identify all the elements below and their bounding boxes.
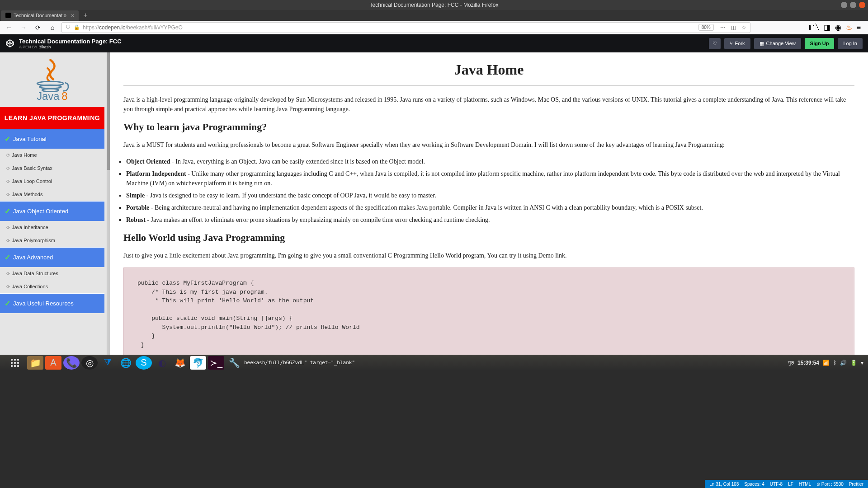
obs-icon[interactable]: ◎ <box>81 356 98 370</box>
system-menu-icon[interactable]: ▾ <box>861 360 863 366</box>
shield-icon: ⛉ <box>66 24 71 31</box>
list-item: Robust - Java makes an effort to elimina… <box>126 215 854 225</box>
java-logo: Java 8 <box>0 52 104 107</box>
code-block: public class MyFirstJavaProgram { /* Thi… <box>123 267 854 355</box>
library-icon[interactable]: ⫿⫿⧹ <box>808 23 819 32</box>
clock[interactable]: 15:39:54 <box>797 360 819 366</box>
prettier-status[interactable]: Prettier <box>849 482 863 487</box>
menu-icon[interactable]: ≡ <box>857 23 861 32</box>
section-title: Java Advanced <box>13 254 53 261</box>
section-header[interactable]: ✓Java Useful Resources <box>0 293 104 313</box>
browser-tab[interactable]: Technical Documentatio × <box>1 10 79 21</box>
list-item: Object Oriented - In Java, everything is… <box>126 157 854 166</box>
codepen-header: Technical Documentation Page: FCC A PEN … <box>0 34 868 52</box>
eol[interactable]: LF <box>788 482 793 487</box>
new-tab-button[interactable]: + <box>79 11 92 19</box>
signup-button[interactable]: Sign Up <box>805 38 835 49</box>
section-header[interactable]: ✓Java Object Oriented <box>0 201 104 221</box>
bluetooth-icon[interactable]: ᛒ <box>833 360 836 366</box>
chrome-icon[interactable]: 🌐 <box>118 356 134 370</box>
os-titlebar: Technical Documentation Page: FCC - Mozi… <box>0 0 868 10</box>
check-icon: ✓ <box>5 253 10 262</box>
forward-button[interactable]: → <box>18 22 29 33</box>
change-view-button[interactable]: ▦Change View <box>754 38 801 49</box>
section-title: Java Tutorial <box>13 136 47 142</box>
nav-link[interactable]: Java Home <box>0 149 104 162</box>
list-item: Platform Independent - Unlike many other… <box>126 169 854 188</box>
maximize-button[interactable] <box>850 2 856 8</box>
sidebar[interactable]: Java 8 LEARN JAVA PROGRAMMING ✓Java Tuto… <box>0 52 107 355</box>
zoom-level[interactable]: 80% <box>698 24 714 31</box>
encoding[interactable]: UTF-8 <box>770 482 783 487</box>
cursor-position[interactable]: Ln 31, Col 103 <box>709 482 739 487</box>
indent-mode[interactable]: Spaces: 4 <box>744 482 764 487</box>
section-title: Java Useful Resources <box>13 300 74 307</box>
section-header[interactable]: ✓Java Advanced <box>0 247 104 267</box>
tab-favicon-icon <box>5 13 11 18</box>
nav-link[interactable]: Java Polymorphism <box>0 234 104 247</box>
files-icon[interactable]: 📁 <box>27 356 43 370</box>
app-icon[interactable]: 🔧 <box>226 356 242 370</box>
bookmark-star-icon[interactable]: ☆ <box>741 24 746 31</box>
svg-text:Java: Java <box>37 90 60 102</box>
battery-icon[interactable]: 🔋 <box>850 360 857 366</box>
heart-button[interactable]: ♡ <box>709 38 721 49</box>
pen-author: A PEN BY Bikash <box>19 45 122 49</box>
browser-toolbar: ← → ⟳ ⌂ ⛉ 🔒 https://codepen.io/beekash/f… <box>0 21 868 34</box>
learn-header: LEARN JAVA PROGRAMMING <box>0 107 104 129</box>
lang-indicator[interactable]: गुरु <box>788 360 794 366</box>
taskbar: 📁 A 📞 ◎ ⧩ 🌐 S ◐ 🦊 🐬 ≻_ 🔧 beekash/full/bG… <box>0 355 868 371</box>
page-actions-icon[interactable]: ⋯ <box>720 24 726 31</box>
vscode-icon[interactable]: ⧩ <box>99 356 116 370</box>
pen-title: Technical Documentation Page: FCC <box>19 38 122 45</box>
fork-button[interactable]: ⑂Fork <box>724 38 750 49</box>
minimize-button[interactable] <box>841 2 847 8</box>
firefox-icon[interactable]: 🦊 <box>172 356 188 370</box>
codepen-logo-icon[interactable] <box>5 39 14 48</box>
volume-icon[interactable]: 🔊 <box>840 360 847 366</box>
live-server-port[interactable]: ⊘ Port : 5500 <box>816 482 844 487</box>
terminal-icon[interactable]: ≻_ <box>208 356 224 370</box>
page-title: Java Home <box>123 61 854 78</box>
sidebar-toggle-icon[interactable]: ◨ <box>824 23 830 32</box>
reload-button[interactable]: ⟳ <box>33 22 43 33</box>
section-title: Java Object Oriented <box>13 208 68 215</box>
nav-link[interactable]: Java Loop Control <box>0 175 104 188</box>
window-title: Technical Documentation Page: FCC - Mozi… <box>370 2 499 8</box>
wifi-icon[interactable]: 📶 <box>823 360 830 366</box>
nav-link[interactable]: Java Data Structures <box>0 267 104 280</box>
title-divider <box>123 85 854 86</box>
skype-icon[interactable]: S <box>136 356 152 370</box>
nav-link[interactable]: Java Basic Syntax <box>0 162 104 175</box>
check-icon: ✓ <box>5 299 10 308</box>
lock-icon: 🔒 <box>74 24 80 30</box>
file-lang[interactable]: HTML <box>799 482 811 487</box>
app-grid-icon[interactable] <box>11 359 19 367</box>
nav-link[interactable]: Java Methods <box>0 188 104 201</box>
home-button[interactable]: ⌂ <box>47 22 58 33</box>
doc-main[interactable]: Java Home Java is a high-level programmi… <box>110 52 868 355</box>
tab-close-icon[interactable]: × <box>71 12 75 19</box>
why-intro: Java is a MUST for students and working … <box>123 140 854 150</box>
nav-link[interactable]: Java Inheritance <box>0 221 104 234</box>
check-icon: ✓ <box>5 207 10 216</box>
mysql-icon[interactable]: 🐬 <box>190 356 206 370</box>
reader-mode-icon[interactable]: ◫ <box>731 24 736 31</box>
url-bar[interactable]: ⛉ 🔒 https://codepen.io/beekash/full/vYYP… <box>61 22 750 33</box>
software-center-icon[interactable]: A <box>45 356 61 370</box>
viber-icon[interactable]: 📞 <box>63 356 80 370</box>
window-controls <box>841 2 865 8</box>
nav-link[interactable]: Java Collections <box>0 280 104 293</box>
extension-icon[interactable]: ♨ <box>846 23 852 32</box>
check-icon: ✓ <box>5 135 10 143</box>
url-text: https://codepen.io/beekash/full/vYYPGeO <box>83 24 183 31</box>
login-button[interactable]: Log In <box>838 38 863 49</box>
editor-snippet: beekash/full/bGGZvdL" target="_blank" <box>244 360 355 366</box>
svg-text:8: 8 <box>61 90 67 102</box>
section-header[interactable]: ✓Java Tutorial <box>0 129 104 149</box>
back-button[interactable]: ← <box>4 22 14 33</box>
account-icon[interactable]: ◉ <box>835 23 841 32</box>
close-button[interactable] <box>859 2 865 8</box>
layout-icon: ▦ <box>760 41 764 47</box>
eclipse-icon[interactable]: ◐ <box>154 356 170 370</box>
